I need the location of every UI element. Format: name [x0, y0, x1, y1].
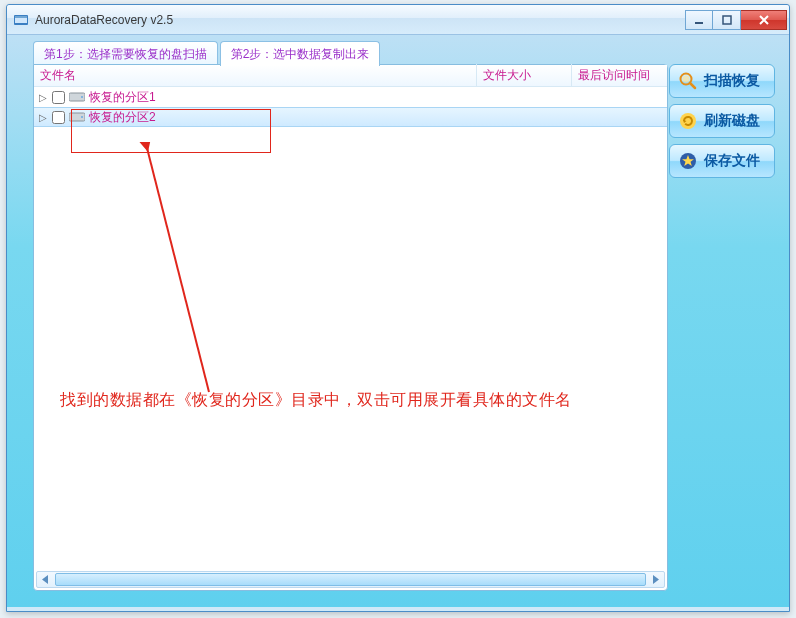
drive-icon	[69, 91, 85, 103]
col-filesize[interactable]: 文件大小	[477, 64, 572, 87]
list-body: ▷ 恢复的分区1 ▷	[34, 87, 667, 570]
file-panel: 文件名 文件大小 最后访问时间 ▷ 恢复的分区1	[33, 64, 668, 591]
close-button[interactable]	[741, 10, 787, 30]
titlebar: AuroraDataRecovery v2.5	[7, 5, 789, 35]
drive-icon	[69, 111, 85, 123]
svg-point-13	[680, 113, 696, 129]
scroll-thumb[interactable]	[55, 573, 646, 586]
save-file-button[interactable]: 保存文件	[669, 144, 775, 178]
svg-line-11	[690, 83, 695, 88]
window-title: AuroraDataRecovery v2.5	[35, 13, 679, 27]
button-label: 保存文件	[704, 152, 760, 170]
app-icon	[13, 12, 29, 28]
svg-point-12	[683, 76, 690, 83]
horizontal-scrollbar[interactable]	[36, 571, 665, 588]
list-header: 文件名 文件大小 最后访问时间	[34, 65, 667, 87]
client-area: 第1步：选择需要恢复的盘扫描 第2步：选中数据复制出来 文件名 文件大小 最后访…	[19, 41, 777, 599]
minimize-button[interactable]	[685, 10, 713, 30]
button-label: 扫描恢复	[704, 72, 760, 90]
tab-step2[interactable]: 第2步：选中数据复制出来	[220, 41, 381, 66]
side-buttons: 扫描恢复 刷新磁盘 保存文件	[669, 64, 775, 178]
panel-wrap: 文件名 文件大小 最后访问时间 ▷ 恢复的分区1	[19, 64, 777, 599]
annotation-text: 找到的数据都在《恢复的分区》目录中，双击可用展开看具体的文件名	[60, 390, 572, 411]
expand-icon[interactable]: ▷	[38, 112, 48, 123]
tab-bar: 第1步：选择需要恢复的盘扫描 第2步：选中数据复制出来	[19, 41, 777, 66]
scroll-right-icon[interactable]	[647, 572, 664, 587]
tab-step1[interactable]: 第1步：选择需要恢复的盘扫描	[33, 41, 218, 66]
window-bottom-edge	[7, 607, 789, 611]
magnifier-icon	[678, 71, 698, 91]
col-lastaccess[interactable]: 最后访问时间	[572, 64, 667, 87]
button-label: 刷新磁盘	[704, 112, 760, 130]
maximize-button[interactable]	[713, 10, 741, 30]
star-disk-icon	[678, 151, 698, 171]
scan-recover-button[interactable]: 扫描恢复	[669, 64, 775, 98]
svg-point-8	[81, 116, 83, 118]
scroll-left-icon[interactable]	[37, 572, 54, 587]
row-label: 恢复的分区1	[89, 89, 156, 106]
refresh-icon	[678, 111, 698, 131]
row-checkbox[interactable]	[52, 111, 65, 124]
annotation-arrow-icon	[89, 142, 219, 402]
expand-icon[interactable]: ▷	[38, 92, 48, 103]
svg-rect-2	[15, 16, 27, 18]
refresh-disk-button[interactable]: 刷新磁盘	[669, 104, 775, 138]
app-window: AuroraDataRecovery v2.5 第1步：选择需要恢复的盘扫描 第…	[6, 4, 790, 612]
svg-line-9	[147, 148, 209, 392]
row-label: 恢复的分区2	[89, 109, 156, 126]
svg-rect-3	[695, 22, 703, 24]
row-checkbox[interactable]	[52, 91, 65, 104]
col-filename[interactable]: 文件名	[34, 64, 477, 87]
list-row[interactable]: ▷ 恢复的分区2	[34, 107, 667, 127]
svg-point-6	[81, 96, 83, 98]
svg-rect-4	[723, 16, 731, 24]
window-controls	[685, 10, 787, 30]
list-row[interactable]: ▷ 恢复的分区1	[34, 87, 667, 107]
